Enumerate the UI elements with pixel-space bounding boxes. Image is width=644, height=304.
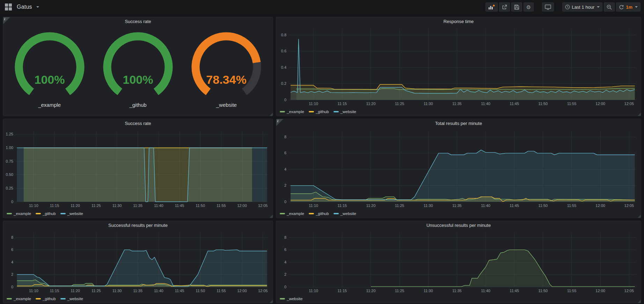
svg-text:12:05: 12:05 bbox=[258, 289, 268, 293]
chart-legend: _example_github_website bbox=[3, 295, 273, 303]
svg-text:0.25: 0.25 bbox=[6, 186, 13, 190]
legend-label: _github bbox=[316, 212, 329, 216]
legend-item-_website[interactable]: _website bbox=[280, 297, 302, 301]
svg-text:11:30: 11:30 bbox=[424, 102, 433, 106]
dashboard-title[interactable]: Gatus bbox=[17, 4, 32, 10]
chart-legend: _website bbox=[276, 295, 641, 303]
legend-item-_example[interactable]: _example bbox=[280, 110, 304, 114]
svg-text:11:35: 11:35 bbox=[133, 289, 142, 293]
legend-item-_github[interactable]: _github bbox=[309, 110, 329, 114]
svg-text:11:10: 11:10 bbox=[309, 203, 318, 208]
svg-text:8: 8 bbox=[284, 235, 286, 239]
panel-title[interactable]: Unsuccessful results per minute bbox=[276, 221, 641, 230]
legend-color-dash bbox=[280, 213, 285, 214]
svg-text:12:05: 12:05 bbox=[624, 203, 634, 208]
svg-text:2: 2 bbox=[284, 183, 286, 187]
svg-text:12:05: 12:05 bbox=[258, 203, 268, 208]
time-range-label: Last 1 hour bbox=[572, 5, 594, 10]
gauge-_website: 78.34%_website bbox=[182, 31, 270, 108]
svg-text:11:15: 11:15 bbox=[337, 102, 347, 106]
legend-item-_github[interactable]: _github bbox=[36, 212, 56, 216]
legend-item-_example[interactable]: _example bbox=[280, 212, 304, 216]
panel-title[interactable]: Total results per minute bbox=[276, 119, 641, 128]
legend-label: _example bbox=[14, 297, 31, 301]
refresh-button[interactable]: 1m bbox=[616, 2, 641, 12]
svg-text:11:15: 11:15 bbox=[337, 203, 347, 208]
legend-item-_example[interactable]: _example bbox=[7, 212, 31, 216]
svg-text:6: 6 bbox=[284, 151, 286, 155]
svg-text:11:35: 11:35 bbox=[133, 203, 142, 208]
svg-text:11:20: 11:20 bbox=[71, 203, 80, 208]
legend-label: _example bbox=[287, 212, 304, 216]
legend-color-dash bbox=[309, 111, 314, 112]
legend-label: _website bbox=[67, 212, 83, 216]
svg-text:11:20: 11:20 bbox=[71, 289, 80, 293]
svg-text:11:40: 11:40 bbox=[481, 289, 490, 293]
legend-label: _github bbox=[43, 212, 56, 216]
svg-text:11:35: 11:35 bbox=[452, 102, 462, 106]
svg-text:11:45: 11:45 bbox=[510, 289, 519, 293]
monitor-icon bbox=[545, 4, 551, 10]
panel-successful-results: Successful results per minute 0246811:10… bbox=[3, 221, 273, 303]
panel-title[interactable]: Successful results per minute bbox=[3, 221, 273, 230]
info-corner-icon[interactable]: i bbox=[3, 17, 10, 24]
successful-results-chart[interactable]: 0246811:1011:1511:2011:2511:3011:3511:40… bbox=[3, 230, 273, 295]
legend-item-_website[interactable]: _website bbox=[60, 212, 83, 216]
svg-text:11:25: 11:25 bbox=[92, 289, 101, 293]
legend-color-dash bbox=[334, 111, 339, 112]
chart-canvas: 00.20.40.60.811:1011:1511:2011:2511:3011… bbox=[276, 26, 641, 107]
save-icon bbox=[514, 5, 519, 10]
dashboard-grid: i Success rate 100%_example100%_github78… bbox=[0, 14, 644, 304]
chart-legend: _example_github_website bbox=[276, 209, 641, 218]
svg-text:11:50: 11:50 bbox=[196, 203, 205, 208]
panel-resize-handle[interactable] bbox=[638, 113, 641, 116]
panel-resize-handle[interactable] bbox=[638, 215, 641, 218]
total-results-chart[interactable]: 0246811:1011:1511:2011:2511:3011:3511:40… bbox=[276, 128, 641, 209]
legend-item-_website[interactable]: _website bbox=[60, 297, 83, 301]
share-button[interactable] bbox=[499, 2, 510, 12]
svg-text:12:05: 12:05 bbox=[624, 289, 634, 293]
response-time-chart[interactable]: 00.20.40.60.811:1011:1511:2011:2511:3011… bbox=[276, 26, 641, 107]
tv-mode-button[interactable] bbox=[542, 2, 554, 12]
panel-resize-handle[interactable] bbox=[270, 300, 273, 303]
chart-legend: _example_github_website bbox=[276, 107, 641, 116]
svg-text:11:30: 11:30 bbox=[112, 203, 122, 208]
svg-text:11:20: 11:20 bbox=[366, 203, 376, 208]
chevron-down-icon[interactable] bbox=[36, 6, 39, 8]
chevron-down-icon bbox=[635, 6, 638, 8]
gauge-label: _github bbox=[94, 102, 182, 108]
add-panel-icon bbox=[488, 5, 495, 10]
chart-canvas: 00.250.500.751.001.2511:1011:1511:2011:2… bbox=[3, 128, 273, 209]
time-range-picker[interactable]: Last 1 hour bbox=[562, 2, 602, 12]
panel-resize-handle[interactable] bbox=[638, 300, 641, 303]
dashboard-grid-icon[interactable] bbox=[5, 3, 12, 10]
panel-title[interactable]: Response time bbox=[276, 17, 641, 26]
success-rate-chart[interactable]: 00.250.500.751.001.2511:1011:1511:2011:2… bbox=[3, 128, 273, 209]
panel-response-time: Response time 00.20.40.60.811:1011:1511:… bbox=[276, 17, 641, 116]
zoom-out-button[interactable] bbox=[604, 2, 615, 12]
svg-text:0: 0 bbox=[284, 285, 286, 289]
chart-canvas: 0246811:1011:1511:2011:2511:3011:3511:40… bbox=[3, 230, 273, 295]
legend-item-_website[interactable]: _website bbox=[334, 212, 356, 216]
panel-resize-handle[interactable] bbox=[270, 215, 273, 218]
legend-item-_github[interactable]: _github bbox=[36, 297, 56, 301]
legend-item-_github[interactable]: _github bbox=[309, 212, 329, 216]
panel-resize-handle[interactable] bbox=[270, 113, 273, 116]
panel-title[interactable]: Success rate bbox=[3, 119, 273, 128]
add-panel-button[interactable] bbox=[485, 2, 498, 12]
settings-button[interactable]: ⚙ bbox=[524, 2, 534, 12]
legend-color-dash bbox=[36, 213, 41, 214]
gauge-arc: 78.34% bbox=[182, 31, 270, 100]
svg-text:11:10: 11:10 bbox=[309, 289, 318, 293]
svg-text:11:45: 11:45 bbox=[175, 203, 184, 208]
save-button[interactable] bbox=[511, 2, 522, 12]
legend-label: _website bbox=[341, 212, 356, 216]
legend-item-_website[interactable]: _website bbox=[334, 110, 356, 114]
gauge-value: 78.34% bbox=[206, 73, 247, 86]
legend-label: _example bbox=[287, 110, 304, 114]
svg-text:12:00: 12:00 bbox=[595, 203, 605, 208]
unsuccessful-results-chart[interactable]: 0246811:1011:1511:2011:2511:3011:3511:40… bbox=[276, 230, 641, 295]
panel-title[interactable]: Success rate bbox=[3, 17, 273, 26]
legend-item-_example[interactable]: _example bbox=[7, 297, 31, 301]
info-corner-icon[interactable]: i bbox=[276, 119, 283, 126]
